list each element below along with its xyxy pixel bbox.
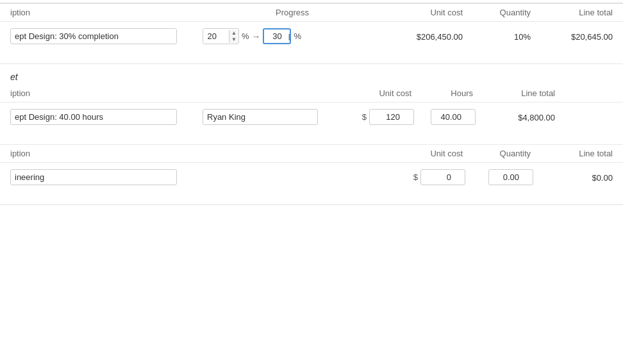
s1-header-quantity: Quantity	[465, 8, 536, 17]
s2-header-line-total: Line total	[478, 88, 555, 98]
s1-unit-cost-cell: $206,450.00	[382, 31, 465, 42]
s3-line-total-value: $0.00	[592, 173, 613, 183]
s3-line-total-cell: $0.00	[536, 172, 613, 183]
s3-unit-cost-cell: $	[382, 169, 465, 185]
s2-name-cell	[203, 109, 331, 125]
s1-spinner-arrows: ▲ ▼	[229, 30, 238, 43]
s1-quantity-cell: 10%	[465, 31, 536, 42]
section1-row: ▲ ▼ % → | % $206,450.00 10% $20,645.00	[0, 22, 623, 51]
s2-description-input[interactable]	[10, 109, 177, 125]
s2-header-description: iption	[10, 88, 203, 98]
s3-header-quantity: Quantity	[465, 149, 536, 158]
s1-unit-cost-value: $206,450.00	[417, 32, 463, 42]
s1-description-input[interactable]	[10, 28, 177, 44]
s2-name-input[interactable]	[203, 109, 318, 125]
s1-progress-cell: ▲ ▼ % → | %	[203, 28, 382, 44]
section2-row: $ $4,800.00	[0, 103, 623, 131]
s3-unit-cost-input[interactable]	[420, 169, 465, 185]
section2-title: et	[0, 64, 623, 85]
s1-line-total-value: $20,645.00	[571, 32, 613, 42]
s3-header-unit-cost: Unit cost	[382, 149, 465, 158]
s3-header-description: iption	[10, 149, 203, 158]
s3-dollar-sign: $	[413, 172, 418, 182]
section1-headers: iption Progress Unit cost Quantity Line …	[0, 4, 623, 22]
s2-line-total-value: $4,800.00	[518, 113, 555, 122]
s2-unit-cost-cell: $	[331, 109, 414, 125]
s1-header-unit-cost: Unit cost	[382, 8, 465, 17]
section-2: et iption Unit cost Hours Line total $ $…	[0, 64, 623, 145]
s2-hours-input[interactable]	[431, 109, 476, 125]
s3-quantity-cell	[465, 169, 536, 185]
s1-progress-from-input[interactable]	[203, 29, 229, 44]
section-3: iption Unit cost Quantity Line total $ $…	[0, 145, 623, 205]
s2-unit-cost-input[interactable]	[369, 109, 414, 125]
s1-progress-to-pct: %	[294, 31, 301, 41]
section3-headers: iption Unit cost Quantity Line total	[0, 145, 623, 163]
s2-header-hours: Hours	[414, 88, 478, 98]
section2-title-text: et	[10, 72, 18, 82]
s2-header-unit-cost: Unit cost	[331, 88, 414, 98]
s1-progress-to-wrapper: |	[263, 28, 291, 44]
s1-line-total-cell: $20,645.00	[536, 31, 613, 42]
section3-row: $ $0.00	[0, 163, 623, 192]
s1-progress-from-pct: %	[242, 31, 249, 41]
section2-headers: iption Unit cost Hours Line total	[0, 85, 623, 103]
s1-progress-from-spinner[interactable]: ▲ ▼	[203, 28, 239, 44]
s1-description-cell	[10, 28, 203, 44]
s1-spinner-down[interactable]: ▼	[229, 37, 238, 43]
section-1: iption Progress Unit cost Quantity Line …	[0, 3, 623, 64]
s1-header-line-total: Line total	[536, 8, 613, 17]
s2-description-cell	[10, 109, 203, 125]
s2-hours-cell	[414, 109, 478, 125]
s3-quantity-input[interactable]	[488, 169, 533, 185]
s3-description-cell	[10, 169, 203, 185]
s2-line-total-cell: $4,800.00	[478, 112, 555, 122]
s1-quantity-value: 10%	[514, 32, 531, 42]
s2-dollar-sign: $	[362, 112, 367, 122]
s1-progress-arrow: →	[251, 31, 260, 42]
s1-spinner-up[interactable]: ▲	[229, 30, 238, 37]
s3-header-line-total: Line total	[536, 149, 613, 158]
s3-description-input[interactable]	[10, 169, 177, 185]
s1-header-progress: Progress	[203, 8, 382, 17]
s1-progress-to-input[interactable]	[263, 28, 291, 44]
s1-header-description: iption	[10, 8, 203, 17]
